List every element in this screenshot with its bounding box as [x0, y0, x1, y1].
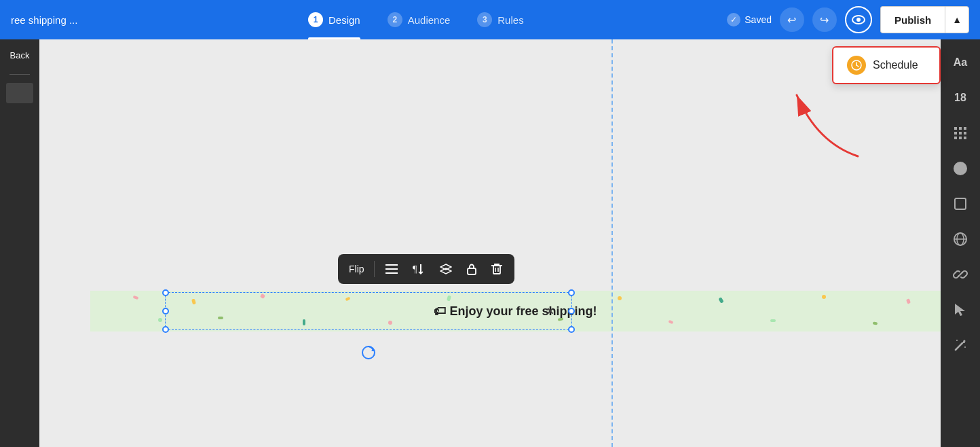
tab-design[interactable]: 1 Design — [295, 0, 374, 39]
publish-dropdown-button[interactable]: ▲ — [945, 6, 969, 33]
publish-button[interactable]: Publish — [880, 6, 945, 33]
magic-wand-svg — [953, 338, 968, 353]
confetti-shape — [618, 296, 622, 300]
font-size-label[interactable]: 18 — [948, 86, 973, 110]
svg-rect-12 — [493, 266, 500, 274]
svg-point-1 — [856, 18, 861, 22]
svg-point-35 — [964, 346, 966, 348]
schedule-label: Schedule — [873, 59, 918, 71]
svg-rect-16 — [959, 127, 962, 130]
schedule-clock-icon — [847, 56, 866, 75]
resize-handle-tl[interactable] — [162, 289, 169, 296]
publish-btn-group: Publish ▲ — [880, 6, 969, 33]
svg-line-29 — [958, 272, 962, 276]
svg-line-38 — [856, 65, 859, 67]
link-icon-svg — [953, 267, 968, 282]
confetti-shape — [132, 296, 138, 300]
tab-audience-label: Audience — [408, 14, 451, 26]
right-sidebar: Aa 18 — [941, 39, 980, 447]
circle-fill-icon[interactable] — [948, 156, 973, 181]
resize-handle-bl[interactable] — [162, 326, 169, 333]
tab-design-num: 1 — [308, 12, 323, 27]
svg-rect-23 — [964, 137, 966, 139]
schedule-dropdown[interactable]: Schedule — [832, 46, 941, 84]
eye-icon — [852, 15, 865, 24]
confetti-shape — [770, 319, 776, 322]
svg-rect-19 — [959, 132, 962, 135]
canvas-area[interactable]: 🏷 Enjoy your free shipping! × Flip — [39, 39, 941, 447]
align-button[interactable] — [379, 260, 404, 279]
sidebar-placeholder — [6, 83, 33, 103]
font-style-icon[interactable]: Aa — [948, 50, 973, 75]
pattern-icon[interactable] — [948, 121, 973, 145]
saved-indicator: ✓ Saved — [727, 13, 772, 26]
preview-button[interactable] — [845, 6, 872, 33]
svg-rect-6 — [385, 272, 398, 274]
svg-text:¶: ¶ — [413, 264, 417, 274]
layers-button[interactable] — [433, 260, 459, 279]
confetti-shape — [872, 321, 878, 325]
toolbar-separator — [374, 261, 375, 277]
svg-line-31 — [956, 343, 962, 350]
redo-button[interactable]: ↪ — [812, 7, 837, 32]
square-outline-icon[interactable] — [948, 192, 973, 216]
confetti-shape — [719, 297, 724, 303]
back-button[interactable]: Back — [5, 48, 35, 63]
cursor-icon-svg — [954, 302, 967, 317]
svg-point-24 — [954, 162, 967, 175]
globe-icon-svg — [953, 232, 968, 247]
svg-point-34 — [956, 340, 958, 341]
svg-rect-11 — [468, 268, 476, 274]
tab-rules-num: 3 — [477, 12, 492, 27]
cursor-icon[interactable] — [948, 298, 973, 322]
lock-button[interactable] — [460, 259, 483, 279]
svg-marker-30 — [955, 304, 965, 316]
svg-rect-18 — [954, 132, 957, 135]
sidebar-divider — [10, 74, 30, 75]
navbar: ree shipping ... 1 Design 2 Audience 3 R… — [0, 0, 980, 39]
tab-design-label: Design — [328, 14, 360, 26]
svg-rect-21 — [954, 137, 957, 139]
navbar-right: ✓ Saved ↩ ↪ Publish ▲ — [727, 6, 969, 33]
globe-icon[interactable] — [948, 227, 973, 251]
clock-icon-svg — [851, 60, 862, 71]
saved-check-icon: ✓ — [727, 13, 740, 26]
text-direction-button[interactable]: ¶ — [406, 259, 432, 279]
resize-handle-ml[interactable] — [162, 308, 169, 315]
trash-icon — [491, 263, 502, 275]
svg-rect-25 — [955, 198, 966, 209]
main-layout: Back — [0, 39, 980, 447]
text-selection-box[interactable] — [165, 292, 572, 330]
square-icon-svg — [954, 197, 967, 211]
delete-button[interactable] — [485, 259, 509, 279]
svg-rect-20 — [964, 132, 966, 135]
confetti-shape — [906, 298, 911, 304]
resize-handle-tr[interactable] — [568, 289, 575, 296]
layers-icon — [440, 264, 452, 274]
tab-rules-label: Rules — [497, 14, 523, 26]
link-icon[interactable] — [948, 262, 973, 287]
svg-rect-22 — [959, 137, 962, 139]
tab-audience-num: 2 — [388, 12, 402, 27]
saved-text: Saved — [745, 14, 772, 25]
magic-wand-icon[interactable] — [948, 333, 973, 357]
undo-button[interactable]: ↩ — [780, 7, 804, 32]
confetti-shape — [158, 318, 162, 322]
rotate-handle[interactable] — [361, 345, 376, 447]
tab-audience[interactable]: 2 Audience — [374, 0, 464, 39]
resize-handle-mr[interactable] — [568, 308, 575, 315]
svg-rect-15 — [954, 127, 957, 130]
canvas-divider-line — [611, 39, 613, 447]
nav-tabs: 1 Design 2 Audience 3 Rules — [105, 0, 727, 39]
floating-toolbar: Flip ¶ — [338, 254, 514, 284]
confetti-shape — [822, 295, 826, 299]
tab-rules[interactable]: 3 Rules — [464, 0, 537, 39]
page-title: ree shipping ... — [11, 14, 77, 26]
flip-label[interactable]: Flip — [343, 264, 370, 274]
pattern-icon-svg — [954, 126, 967, 140]
resize-handle-br[interactable] — [568, 326, 575, 333]
svg-rect-17 — [964, 127, 966, 130]
circle-icon-svg — [953, 161, 968, 176]
rotate-icon — [361, 345, 376, 360]
svg-rect-5 — [385, 268, 398, 270]
